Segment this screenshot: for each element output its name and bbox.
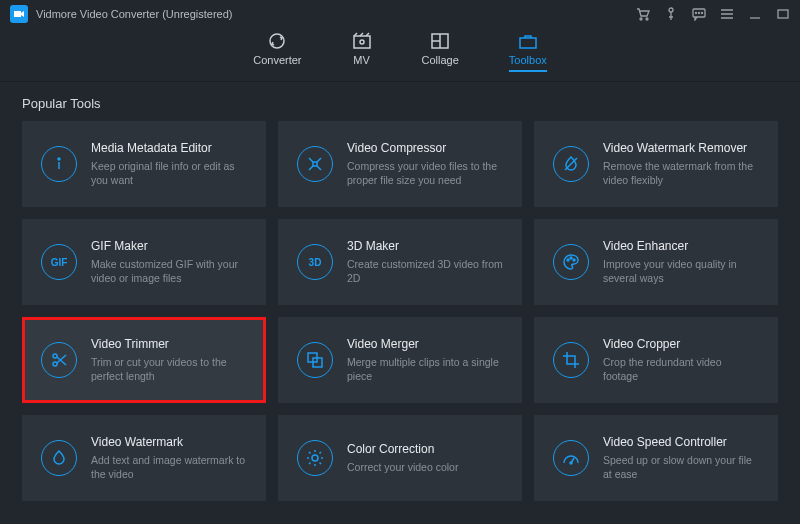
tool-video-merger[interactable]: Video Merger Merge multiple clips into a… bbox=[278, 317, 522, 403]
tab-converter[interactable]: Converter bbox=[253, 32, 301, 70]
tool-3d-maker[interactable]: 3D 3D Maker Create customized 3D video f… bbox=[278, 219, 522, 305]
svg-rect-12 bbox=[520, 38, 536, 48]
window-title: Vidmore Video Converter (Unregistered) bbox=[36, 8, 232, 20]
card-title: Video Watermark bbox=[91, 435, 247, 449]
card-desc: Merge multiple clips into a single piece bbox=[347, 355, 503, 383]
sun-icon bbox=[297, 440, 333, 476]
svg-point-0 bbox=[640, 18, 642, 20]
tab-label: Collage bbox=[422, 54, 459, 66]
svg-point-8 bbox=[270, 34, 284, 48]
card-desc: Compress your video files to the proper … bbox=[347, 159, 503, 187]
card-desc: Correct your video color bbox=[347, 460, 503, 474]
droplet-icon bbox=[41, 440, 77, 476]
palette-icon bbox=[553, 244, 589, 280]
card-desc: Make customized GIF with your video or i… bbox=[91, 257, 247, 285]
card-desc: Remove the watermark from the video flex… bbox=[603, 159, 759, 187]
threed-icon: 3D bbox=[297, 244, 333, 280]
tool-video-watermark-remover[interactable]: Video Watermark Remover Remove the water… bbox=[534, 121, 778, 207]
svg-point-18 bbox=[573, 259, 575, 261]
gauge-icon bbox=[553, 440, 589, 476]
card-desc: Add text and image watermark to the vide… bbox=[91, 453, 247, 481]
svg-point-5 bbox=[699, 13, 700, 14]
tools-grid: Media Metadata Editor Keep original file… bbox=[0, 121, 800, 515]
tool-video-watermark[interactable]: Video Watermark Add text and image water… bbox=[22, 415, 266, 501]
tab-label: MV bbox=[353, 54, 370, 66]
svg-point-23 bbox=[312, 455, 318, 461]
card-desc: Crop the redundant video footage bbox=[603, 355, 759, 383]
svg-point-17 bbox=[570, 257, 572, 259]
card-title: Video Enhancer bbox=[603, 239, 759, 253]
tab-toolbox[interactable]: Toolbox bbox=[509, 32, 547, 72]
card-desc: Improve your video quality in several wa… bbox=[603, 257, 759, 285]
tab-collage[interactable]: Collage bbox=[422, 32, 459, 70]
minimize-icon[interactable] bbox=[748, 7, 762, 21]
svg-point-16 bbox=[567, 259, 569, 261]
tool-video-trimmer[interactable]: Video Trimmer Trim or cut your videos to… bbox=[22, 317, 266, 403]
tool-color-correction[interactable]: Color Correction Correct your video colo… bbox=[278, 415, 522, 501]
compress-icon bbox=[297, 146, 333, 182]
tool-video-cropper[interactable]: Video Cropper Crop the redundant video f… bbox=[534, 317, 778, 403]
tab-label: Converter bbox=[253, 54, 301, 66]
svg-point-4 bbox=[696, 13, 697, 14]
svg-point-19 bbox=[53, 354, 57, 358]
card-title: Video Trimmer bbox=[91, 337, 247, 351]
svg-point-10 bbox=[360, 40, 364, 44]
tool-video-speed-controller[interactable]: Video Speed Controller Speed up or slow … bbox=[534, 415, 778, 501]
tab-label: Toolbox bbox=[509, 54, 547, 66]
svg-point-20 bbox=[53, 362, 57, 366]
svg-point-6 bbox=[702, 13, 703, 14]
svg-point-24 bbox=[570, 462, 572, 464]
svg-rect-14 bbox=[313, 162, 317, 166]
card-title: Video Cropper bbox=[603, 337, 759, 351]
main-tabs: Converter MV Collage Toolbox bbox=[0, 28, 800, 82]
svg-rect-9 bbox=[354, 36, 370, 48]
card-title: 3D Maker bbox=[347, 239, 503, 253]
menu-icon[interactable] bbox=[720, 7, 734, 21]
titlebar: Vidmore Video Converter (Unregistered) bbox=[0, 0, 800, 28]
tool-gif-maker[interactable]: GIF GIF Maker Make customized GIF with y… bbox=[22, 219, 266, 305]
crop-icon bbox=[553, 342, 589, 378]
scissors-icon bbox=[41, 342, 77, 378]
tool-video-compressor[interactable]: Video Compressor Compress your video fil… bbox=[278, 121, 522, 207]
svg-point-1 bbox=[646, 18, 648, 20]
card-title: Media Metadata Editor bbox=[91, 141, 247, 155]
card-desc: Keep original file info or edit as you w… bbox=[91, 159, 247, 187]
card-title: GIF Maker bbox=[91, 239, 247, 253]
tool-media-metadata-editor[interactable]: Media Metadata Editor Keep original file… bbox=[22, 121, 266, 207]
section-title: Popular Tools bbox=[0, 82, 800, 121]
card-desc: Speed up or slow down your file at ease bbox=[603, 453, 759, 481]
watermark-remove-icon bbox=[553, 146, 589, 182]
svg-rect-7 bbox=[778, 10, 788, 18]
cart-icon[interactable] bbox=[636, 7, 650, 21]
tool-video-enhancer[interactable]: Video Enhancer Improve your video qualit… bbox=[534, 219, 778, 305]
tab-mv[interactable]: MV bbox=[352, 32, 372, 70]
svg-point-2 bbox=[669, 8, 673, 12]
maximize-icon[interactable] bbox=[776, 7, 790, 21]
key-icon[interactable] bbox=[664, 7, 678, 21]
card-title: Video Compressor bbox=[347, 141, 503, 155]
gif-icon: GIF bbox=[41, 244, 77, 280]
card-title: Color Correction bbox=[347, 442, 503, 456]
card-title: Video Watermark Remover bbox=[603, 141, 759, 155]
card-desc: Trim or cut your videos to the perfect l… bbox=[91, 355, 247, 383]
card-desc: Create customized 3D video from 2D bbox=[347, 257, 503, 285]
card-title: Video Merger bbox=[347, 337, 503, 351]
card-title: Video Speed Controller bbox=[603, 435, 759, 449]
merge-icon bbox=[297, 342, 333, 378]
app-logo-icon bbox=[10, 5, 28, 23]
feedback-icon[interactable] bbox=[692, 7, 706, 21]
info-icon bbox=[41, 146, 77, 182]
svg-point-13 bbox=[58, 158, 60, 160]
